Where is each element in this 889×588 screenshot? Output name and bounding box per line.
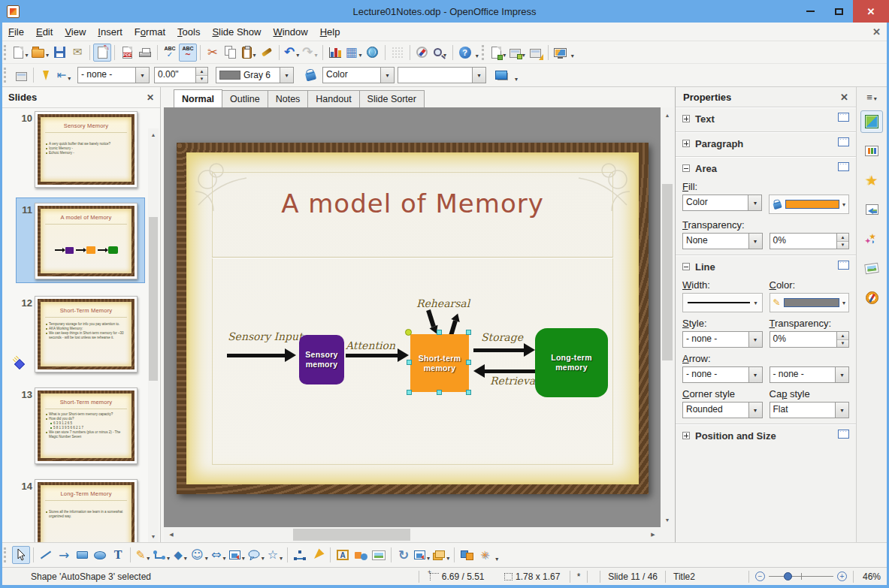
arrow-tool-button[interactable]: → (55, 546, 73, 564)
selection-handle[interactable] (437, 390, 442, 395)
transparency-spinner[interactable]: 0% ▲▼ (770, 233, 850, 249)
zoom-percentage[interactable]: 46% (854, 571, 887, 582)
line-dialog-launcher-icon[interactable] (838, 261, 849, 270)
line-transparency-spinner[interactable]: 0% ▲▼ (770, 331, 850, 348)
menu-view[interactable]: View (59, 24, 92, 40)
slide-layout-dropdown-icon[interactable]: ▾ (522, 52, 525, 59)
workspace[interactable]: A model of Memory Sensory Input Sensory … (164, 107, 661, 527)
horizontal-scrollbar[interactable]: ◀ ▶ (164, 527, 661, 542)
spin-up-icon[interactable]: ▲ (837, 234, 848, 242)
shadow-button[interactable] (495, 66, 513, 84)
paragraph-dialog-launcher-icon[interactable] (838, 137, 849, 146)
edit-points-button[interactable] (291, 546, 309, 564)
block-arrows-button[interactable]: ⇔▾ (210, 546, 228, 564)
styles-button[interactable] (12, 66, 30, 84)
toolbar-grip[interactable] (4, 68, 9, 83)
tab-slide-sorter[interactable]: Slide Sorter (359, 90, 425, 107)
export-pdf-button[interactable]: PDF (118, 44, 136, 62)
select-tool-button[interactable] (12, 546, 30, 564)
zoom-thumb[interactable] (784, 572, 792, 580)
selection-handle[interactable] (466, 330, 471, 335)
paste-button[interactable]: ▾ (240, 44, 258, 62)
fill-color-dropdown-icon[interactable]: ▾ (842, 201, 845, 208)
selection-handle[interactable] (437, 330, 442, 335)
expand-icon[interactable] (682, 140, 690, 147)
corner-style-combo-button[interactable]: ▾ (748, 403, 762, 418)
print-button[interactable] (136, 44, 154, 62)
arrow-begin-combo[interactable]: - none - ▾ (682, 366, 763, 383)
label-retrieval[interactable]: Retrieval (490, 375, 539, 387)
tab-notes[interactable]: Notes (268, 90, 309, 107)
scroll-up-icon[interactable]: ▲ (148, 128, 159, 140)
callouts-dropdown-icon[interactable]: ▾ (262, 555, 265, 562)
table-dropdown-icon[interactable]: ▾ (359, 52, 362, 59)
maximize-button[interactable] (824, 0, 853, 23)
area-dialog-button[interactable] (301, 66, 319, 84)
box-short-term-memory[interactable]: Short-term memory (410, 334, 469, 392)
navigator-button[interactable] (413, 44, 431, 62)
collapse-icon[interactable] (682, 164, 690, 172)
selection-handle[interactable] (466, 360, 471, 365)
scroll-down-icon[interactable]: ▼ (148, 530, 159, 542)
fill-color-combo[interactable]: ▾ (398, 67, 486, 83)
presentation-overflow-icon[interactable]: ▾ (571, 53, 574, 59)
tab-handout[interactable]: Handout (307, 90, 359, 107)
cut-button[interactable]: ✂ (204, 44, 222, 62)
fill-color-picker[interactable]: ▾ (769, 194, 849, 214)
line-style-combo-button[interactable]: ▾ (135, 68, 149, 83)
curve-dropdown-icon[interactable]: ▾ (147, 555, 150, 562)
new-document-button[interactable]: ▾ (12, 44, 30, 62)
redo-dropdown-icon[interactable]: ▾ (315, 52, 318, 59)
arrow-begin-combo-button[interactable]: ▾ (748, 367, 762, 382)
line-style-combo[interactable]: - none - ▾ (77, 67, 150, 83)
undo-button[interactable]: ↶▾ (283, 44, 301, 62)
width-up-icon[interactable]: ▲ (196, 68, 207, 76)
copy-button[interactable] (222, 44, 240, 62)
cap-style-combo-button[interactable]: ▾ (835, 403, 848, 418)
new-slide-dropdown-icon[interactable]: ▾ (503, 52, 506, 59)
line-style-combo-button[interactable]: ▾ (748, 332, 762, 347)
fill-mode-combo[interactable]: Color ▾ (322, 67, 395, 83)
tab-normal[interactable]: Normal (174, 89, 222, 107)
menu-window[interactable]: Window (267, 24, 313, 40)
auto-spellcheck-button[interactable]: ABC~ (179, 44, 197, 62)
menu-help[interactable]: Help (314, 24, 346, 40)
slide-title[interactable]: A model of Memory (186, 188, 639, 219)
new-slide-button[interactable]: ▾ (490, 44, 508, 62)
text-tool-button[interactable]: T (109, 546, 127, 564)
label-sensory-input[interactable]: Sensory Input (228, 330, 303, 342)
fill-type-combo-button[interactable]: ▾ (748, 195, 761, 210)
expand-icon[interactable] (682, 432, 690, 439)
menu-file[interactable]: File (2, 24, 30, 40)
insert-from-file-button[interactable] (352, 546, 370, 564)
arrow-style-button[interactable]: ⇤▾ (55, 66, 73, 84)
corner-style-combo[interactable]: Rounded ▾ (682, 402, 763, 418)
line-color-combo[interactable]: Gray 6 ▾ (216, 67, 294, 83)
arrange-button[interactable]: ▾ (431, 546, 451, 564)
callouts-button[interactable]: ▾ (246, 546, 266, 564)
scroll-down-icon[interactable]: ▼ (661, 514, 674, 526)
tab-outline[interactable]: Outline (222, 90, 268, 107)
sidebar-tab-properties[interactable] (860, 110, 883, 133)
basic-shapes-button[interactable]: ◆▾ (171, 546, 189, 564)
transparency-combo-button[interactable]: ▾ (748, 234, 762, 249)
insert-table-button[interactable]: ▦▾ (344, 44, 364, 62)
flowchart-button[interactable]: ▾ (228, 546, 246, 564)
spin-down-icon[interactable]: ▼ (837, 340, 848, 348)
line-color-picker[interactable]: ✎ ▾ (770, 293, 849, 312)
redo-button[interactable]: ↷▾ (301, 44, 319, 62)
stars-button[interactable]: ☆▾ (266, 546, 284, 564)
line-dialog-button[interactable] (37, 66, 55, 84)
toolbar-grip[interactable] (4, 45, 9, 60)
edit-file-button[interactable]: ✎ (93, 44, 111, 62)
help-button[interactable]: ? (456, 44, 474, 62)
sidebar-tab-custom-animation[interactable]: ★ (860, 169, 883, 191)
slide-show-button[interactable] (552, 44, 570, 62)
menu-slideshow[interactable]: Slide Show (206, 24, 267, 40)
spin-up-icon[interactable]: ▲ (837, 332, 848, 340)
line-width-dropdown-icon[interactable]: ▾ (754, 300, 757, 306)
line-width-spinner[interactable]: 0.00" ▲▼ (154, 67, 208, 83)
glue-points-button[interactable] (309, 546, 327, 564)
curve-tool-button[interactable]: ✎▾ (134, 546, 152, 564)
slide-layout-button[interactable]: ▾ (508, 44, 527, 62)
